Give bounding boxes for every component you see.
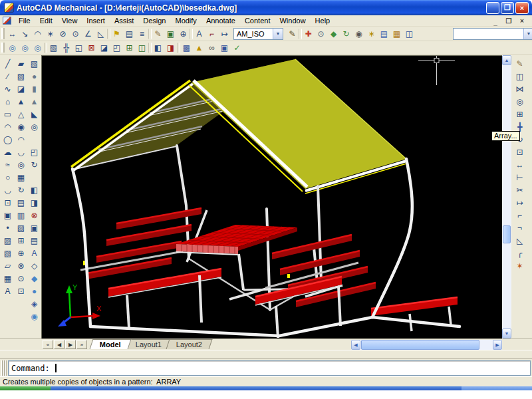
3d-mirror-icon[interactable]: ◫ xyxy=(136,42,148,54)
stretch-icon[interactable]: ↔ xyxy=(513,158,526,171)
child-restore-button[interactable]: ❐ xyxy=(504,17,513,25)
lengthen-icon[interactable]: ⊢ xyxy=(513,171,526,184)
menu-insert[interactable]: Insert xyxy=(82,16,110,25)
subtract-icon[interactable]: ⊠ xyxy=(85,42,98,54)
chamfer-dimension-icon[interactable]: ◺ xyxy=(94,28,107,40)
toolbar-grip[interactable] xyxy=(1,43,5,53)
power-edit-icon[interactable]: ✎ xyxy=(152,28,164,40)
zoom-realtime-icon[interactable]: ⊙ xyxy=(315,28,327,40)
zoom-window-icon[interactable]: ⊞ xyxy=(15,234,27,247)
sphere-surface-icon[interactable]: ◉ xyxy=(15,120,27,133)
tab-first-button[interactable]: « xyxy=(43,340,53,349)
zoom-scale-icon[interactable]: ⊗ xyxy=(15,259,27,272)
viewport-three-icon[interactable]: ◎ xyxy=(31,42,44,54)
object-snap-icon[interactable]: ✚ xyxy=(302,28,315,40)
ellipse-icon[interactable]: ○ xyxy=(1,171,14,184)
render-quick-icon[interactable]: ▲ xyxy=(193,42,205,54)
chevron-down-icon[interactable]: ▼ xyxy=(523,29,532,39)
box-solid-icon[interactable]: ▧ xyxy=(28,57,41,70)
revolved-surface-icon[interactable]: ↻ xyxy=(15,184,27,196)
power-dimension-icon[interactable]: ↔ xyxy=(6,28,19,40)
scroll-right-button[interactable]: ▶ xyxy=(493,340,502,350)
tabulated-surface-icon[interactable]: ▤ xyxy=(15,196,27,209)
symbol-library-icon[interactable]: ▣ xyxy=(164,28,177,40)
setup-profile-icon[interactable]: A xyxy=(28,247,41,259)
tool-palettes-icon[interactable]: ◫ xyxy=(403,28,416,40)
slice-icon[interactable]: ◧ xyxy=(152,42,164,54)
torus-surface-icon[interactable]: ◎ xyxy=(15,158,27,171)
menu-help[interactable]: Help xyxy=(311,16,335,25)
menu-annotate[interactable]: Annotate xyxy=(201,16,240,25)
viewport-single-icon[interactable]: ◎ xyxy=(6,42,19,54)
vertical-scrollbar[interactable]: ▲ ▼ xyxy=(502,55,511,338)
interfere-icon[interactable]: ▩ xyxy=(180,42,193,54)
extrude-icon[interactable]: ◰ xyxy=(110,42,123,54)
solid-edit-icon[interactable]: ▣ xyxy=(218,42,231,54)
multiline-text-icon[interactable]: A xyxy=(1,285,14,297)
angular-dimension-icon[interactable]: ∠ xyxy=(82,28,94,40)
edge-surface-icon[interactable]: ▨ xyxy=(15,221,27,234)
scroll-down-button[interactable]: ▼ xyxy=(502,329,511,338)
sphere-solid-icon[interactable]: ● xyxy=(28,70,41,82)
orbit-icon[interactable]: ↻ xyxy=(340,28,352,40)
menu-modify[interactable]: Modify xyxy=(170,16,201,25)
vertical-scroll-thumb[interactable] xyxy=(503,225,511,243)
binoculars-icon[interactable]: ∞ xyxy=(205,42,218,54)
mirror-icon[interactable]: ⋈ xyxy=(513,82,526,95)
dimension-style-combo[interactable]: AM_ISO ▼ xyxy=(233,28,283,40)
fillet-icon[interactable]: ╭ xyxy=(513,247,526,259)
extend-icon[interactable]: ↦ xyxy=(513,196,526,209)
horizontal-scrollbar[interactable]: ◀ ▶ xyxy=(351,340,502,350)
interference-icon[interactable]: ⊗ xyxy=(28,209,41,221)
toolbar-grip[interactable] xyxy=(1,28,5,39)
menu-assist[interactable]: Assist xyxy=(110,16,138,25)
revolve-solid-icon[interactable]: ↻ xyxy=(28,158,41,171)
tab-layout1[interactable]: Layout1 xyxy=(125,339,172,349)
menu-edit[interactable]: Edit xyxy=(35,16,57,25)
tab-layout2[interactable]: Layout2 xyxy=(166,339,213,349)
fits-list-icon[interactable]: ▤ xyxy=(123,28,136,40)
insert-block-icon[interactable]: ⊡ xyxy=(1,196,14,209)
diameter-dimension-icon[interactable]: ⊘ xyxy=(57,28,69,40)
child-close-button[interactable]: × xyxy=(517,17,527,25)
datum-identifier-icon[interactable]: ∗ xyxy=(44,28,57,40)
horizontal-scroll-thumb[interactable] xyxy=(361,340,479,350)
polygon-icon[interactable]: ⌂ xyxy=(1,95,14,108)
dimension-text-icon[interactable]: A xyxy=(193,28,205,40)
zoom-dynamic-icon[interactable]: ⊕ xyxy=(15,247,27,259)
break-icon[interactable]: ¬ xyxy=(513,221,526,234)
setup-drawing-icon[interactable]: ▣ xyxy=(28,221,41,234)
scale-icon[interactable]: ⊡ xyxy=(513,146,526,158)
check-solid-icon[interactable]: ✓ xyxy=(231,42,243,54)
chevron-down-icon[interactable]: ▼ xyxy=(273,29,283,39)
break-at-point-icon[interactable]: ⌐ xyxy=(513,209,526,221)
design-center-icon[interactable]: ▦ xyxy=(390,28,403,40)
chamfer-icon[interactable]: ◺ xyxy=(513,234,526,247)
box-3d-icon[interactable]: ▧ xyxy=(47,42,60,54)
trim-icon[interactable]: ✂ xyxy=(513,184,526,196)
rectangle-icon[interactable]: ▭ xyxy=(1,108,14,120)
zoom-extents-icon[interactable]: ⊡ xyxy=(15,285,27,297)
wedge-solid-icon[interactable]: ◣ xyxy=(28,108,41,120)
menu-view[interactable]: View xyxy=(57,16,82,25)
revision-cloud-icon[interactable]: ☁ xyxy=(1,146,14,158)
cone-surface-icon[interactable]: △ xyxy=(15,108,27,120)
multiple-dimension-icon[interactable]: ≡ xyxy=(136,28,148,40)
section-solid-icon[interactable]: ◨ xyxy=(28,196,41,209)
make-block-icon[interactable]: ▣ xyxy=(1,209,14,221)
minimize-button[interactable]: _ xyxy=(486,2,499,14)
menu-file[interactable]: File xyxy=(14,16,35,25)
ruled-surface-icon[interactable]: ▥ xyxy=(15,209,27,221)
intersect-icon[interactable]: ◪ xyxy=(98,42,110,54)
match-properties-icon[interactable]: ▰ xyxy=(15,57,27,70)
3d-array-icon[interactable]: ⊞ xyxy=(123,42,136,54)
tab-last-button[interactable]: » xyxy=(76,340,87,349)
viewport-two-icon[interactable]: ◎ xyxy=(19,42,31,54)
copy-icon[interactable]: ◫ xyxy=(513,70,526,82)
section-icon[interactable]: ◨ xyxy=(164,42,177,54)
edit-dimension-icon[interactable]: ⌐ xyxy=(205,28,218,40)
drawing-canvas[interactable]: Y X xyxy=(41,55,502,338)
menu-window[interactable]: Window xyxy=(275,16,310,25)
construction-line-icon[interactable]: ∕ xyxy=(1,70,14,82)
box-surface-icon[interactable]: ▧ xyxy=(15,70,27,82)
